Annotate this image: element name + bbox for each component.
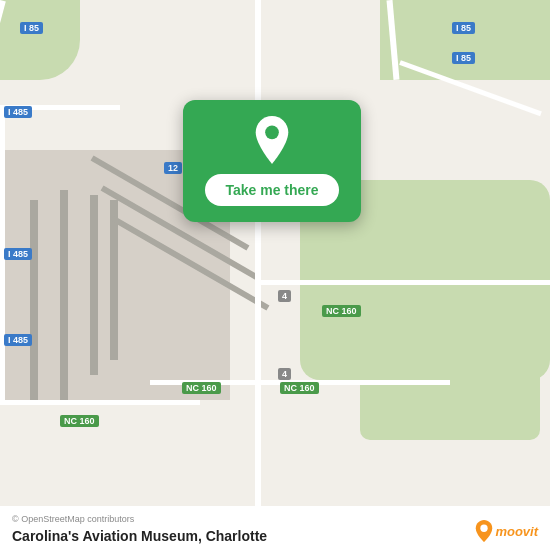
green-area-2 — [360, 280, 540, 440]
highway-i485-3: I 485 — [4, 334, 32, 346]
highway-i485-1: I 485 — [4, 106, 32, 118]
runway-3 — [90, 195, 98, 375]
moovit-pin-icon — [475, 520, 493, 542]
highway-4-1: 4 — [278, 290, 291, 302]
runway-1 — [30, 200, 38, 400]
highway-nc160-2: NC 160 — [182, 382, 221, 394]
svg-point-1 — [481, 525, 488, 532]
road-center-v — [255, 0, 261, 550]
green-area-3 — [0, 0, 80, 80]
highway-i85-tr: I 85 — [452, 22, 475, 34]
highway-i85-tl: I 85 — [20, 22, 43, 34]
highway-i485-2: I 485 — [4, 248, 32, 260]
popup-card: Take me there — [183, 100, 361, 222]
moovit-logo-text: moovit — [495, 524, 538, 539]
road-i485-bottom — [0, 400, 200, 405]
bottom-bar: © OpenStreetMap contributors Carolina's … — [0, 506, 550, 550]
map-attribution: © OpenStreetMap contributors — [12, 514, 538, 524]
highway-4-2: 4 — [278, 368, 291, 380]
highway-12: 12 — [164, 162, 182, 174]
svg-point-0 — [265, 125, 279, 139]
highway-nc160-4: NC 160 — [60, 415, 99, 427]
location-name: Carolina's Aviation Museum, Charlotte — [12, 528, 538, 544]
highway-i85-tr2: I 85 — [452, 52, 475, 64]
take-me-there-button[interactable]: Take me there — [205, 174, 338, 206]
location-pin-icon — [248, 116, 296, 164]
map-container: I 85 I 85 I 85 I 485 I 485 I 485 NC 160 … — [0, 0, 550, 550]
highway-nc160-1: NC 160 — [322, 305, 361, 317]
green-area-4 — [380, 0, 550, 80]
highway-nc160-3: NC 160 — [280, 382, 319, 394]
moovit-logo: moovit — [475, 520, 538, 542]
runway-2 — [60, 190, 68, 400]
road-nc160-h — [255, 280, 550, 285]
